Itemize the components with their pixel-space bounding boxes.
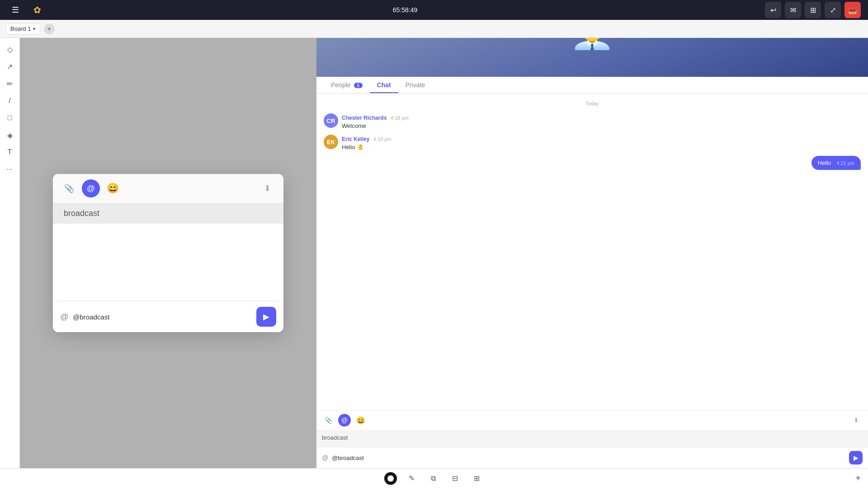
tool-select[interactable]: ◇: [2, 42, 18, 57]
timer-display: 65:58:49: [393, 6, 418, 14]
modal-input-field[interactable]: [73, 313, 252, 321]
mini-attach-icon[interactable]: 📎: [322, 414, 335, 427]
top-bar: ☰ ✿ 65:58:49 ↩ ✉ ⊞ ⤢ 📤: [0, 0, 868, 20]
msg-sender-2: Eric Kelley: [342, 136, 369, 142]
fullscreen-button[interactable]: ⤢: [825, 2, 841, 18]
modal-broadcast-text: broadcast: [64, 209, 99, 218]
msg-content-2: Eric Kelley 4:19 pm Helio 🤚: [342, 135, 861, 150]
modal-toolbar: 📎 @ 😄 ⬇: [53, 174, 283, 203]
mini-input-field[interactable]: [332, 455, 845, 461]
msg-sender-1: Chester Richards: [342, 115, 387, 121]
msg-time-2: 4:19 pm: [373, 136, 392, 142]
chat-modal-overlay: 📎 @ 😄 ⬇ broadcast @ ▶: [20, 38, 316, 468]
tool-more[interactable]: ···: [2, 162, 18, 177]
tool-fill[interactable]: ◈: [2, 127, 18, 143]
mini-send-button[interactable]: ▶: [849, 451, 863, 465]
chat-tabs: People 6 Chat Private: [316, 77, 868, 94]
self-message-row: Hello 4:22 pm: [324, 156, 861, 170]
add-button-bottom[interactable]: +: [855, 473, 861, 483]
people-badge: 6: [354, 83, 362, 88]
board-tab[interactable]: Board 1 ▾: [5, 23, 40, 34]
modal-send-button[interactable]: ▶: [256, 307, 276, 327]
email-button[interactable]: ✉: [785, 2, 801, 18]
menu-button[interactable]: ☰: [7, 2, 24, 18]
left-toolbar: ◇ ↗ ✏ / □ ◈ T ···: [0, 38, 20, 468]
mini-input-row: @ ▶: [316, 447, 868, 468]
mini-chat-panel: 📎 @ 😄 ⬇ broadcast @ ▶: [316, 410, 868, 468]
mini-toolbar: 📎 @ 😄 ⬇: [316, 410, 868, 431]
modal-broadcast-area: broadcast: [53, 203, 283, 224]
board-label: Board 1: [10, 25, 31, 32]
top-bar-right: ↩ ✉ ⊞ ⤢ 📤: [765, 2, 861, 18]
record-button[interactable]: [384, 472, 397, 485]
tab-chat[interactable]: Chat: [370, 77, 398, 93]
modal-input-row: @ ▶: [53, 301, 283, 332]
modal-messages-area: [53, 224, 283, 300]
tool-line[interactable]: /: [2, 93, 18, 108]
modal-mention-button[interactable]: @: [82, 179, 100, 197]
modal-download-button[interactable]: ⬇: [258, 179, 276, 197]
bottom-tool-4[interactable]: ⊞: [469, 471, 484, 486]
modal-input-at-icon: @: [60, 312, 68, 322]
chat-modal: 📎 @ 😄 ⬇ broadcast @ ▶: [53, 174, 283, 332]
tool-rect[interactable]: □: [2, 110, 18, 126]
tool-arrow[interactable]: ↗: [2, 59, 18, 74]
mini-broadcast-text: broadcast: [322, 434, 348, 441]
tab-private[interactable]: Private: [398, 77, 433, 93]
add-tab-button[interactable]: +: [44, 23, 55, 34]
mini-at-icon: @: [322, 454, 328, 461]
bottom-tool-2[interactable]: ⧉: [426, 471, 440, 486]
grid-button[interactable]: ⊞: [805, 2, 821, 18]
bottom-tool-3[interactable]: ⊟: [448, 471, 462, 486]
sub-bar: Board 1 ▾ +: [0, 20, 868, 38]
undo-button[interactable]: ↩: [765, 2, 781, 18]
self-msg-time: 4:22 pm: [836, 160, 854, 166]
msg-time-1: 4:18 pm: [391, 115, 409, 121]
modal-emoji-button[interactable]: 😄: [104, 179, 122, 197]
top-bar-left: ☰ ✿: [7, 2, 45, 18]
message-row: CR Chester Richards 4:18 pm Welcome: [324, 113, 861, 129]
msg-text-2: Helio 🤚: [342, 144, 861, 150]
right-panel: ⤢ ⊟ ··· People 6 Chat Private Today CR C…: [316, 0, 868, 488]
mini-mention-area: broadcast: [316, 431, 868, 447]
avatar-cr: CR: [324, 113, 338, 128]
msg-text-1: Welcome: [342, 122, 861, 129]
mini-emoji-button[interactable]: 😄: [354, 414, 367, 427]
modal-attach-icon[interactable]: 📎: [60, 179, 78, 197]
chevron-down-icon: ▾: [33, 26, 35, 31]
date-divider: Today: [324, 101, 861, 106]
bottom-bar: ✎ ⧉ ⊟ ⊞ +: [0, 468, 868, 488]
msg-content-1: Chester Richards 4:18 pm Welcome: [342, 113, 861, 129]
mini-download-button[interactable]: ⬇: [850, 414, 863, 427]
message-row: EK Eric Kelley 4:19 pm Helio 🤚: [324, 135, 861, 150]
tool-pen[interactable]: ✏: [2, 76, 18, 91]
tool-text[interactable]: T: [2, 145, 18, 160]
record-indicator: [387, 475, 394, 482]
mini-mention-button[interactable]: @: [338, 414, 351, 427]
share-button[interactable]: 📤: [844, 2, 861, 18]
bottom-tool-1[interactable]: ✎: [404, 471, 419, 486]
settings-icon[interactable]: ✿: [29, 2, 45, 18]
avatar-ek: EK: [324, 135, 338, 149]
tab-people[interactable]: People 6: [324, 77, 370, 93]
self-message-bubble: Hello 4:22 pm: [811, 156, 861, 170]
